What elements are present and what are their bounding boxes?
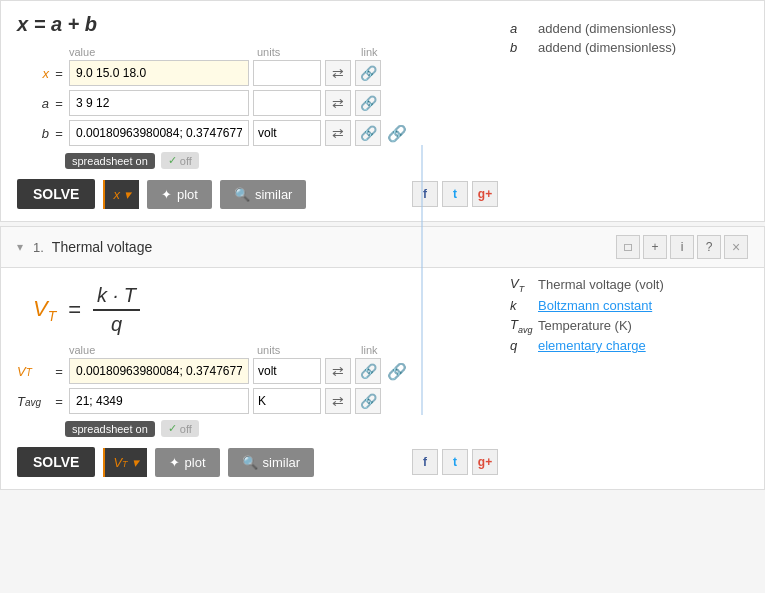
side-var-b: b [510,40,530,55]
solve-bar-1: SOLVE x ▾ ✦ plot 🔍 similar f t g+ [17,179,498,209]
spreadsheet-off-btn-2[interactable]: ✓ off [161,420,199,437]
side-row-q: q elementary charge [510,338,736,353]
tool-info-btn[interactable]: i [670,235,694,259]
plot-icon-2: ✦ [169,455,180,470]
external-link-vt[interactable]: 🔗 [387,362,407,381]
fraction-denominator: q [111,311,122,336]
social-icons-2: f t g+ [412,449,498,475]
fraction-numerator: k · T [93,284,140,311]
solve-var-selector-1[interactable]: x ▾ [103,180,139,209]
side-var-q: q [510,338,530,353]
section2-tools: □ + i ? × [616,235,748,259]
facebook-btn-2[interactable]: f [412,449,438,475]
input-header: value units link [17,46,498,58]
solve-button-1[interactable]: SOLVE [17,179,95,209]
solve-var-label-2: VT [113,455,127,470]
side-var-vt: VT [510,276,530,294]
spreadsheet-toggle-1: spreadsheet on ✓ off [65,152,498,169]
input-tavg[interactable] [69,388,249,414]
input-x[interactable] [69,60,249,86]
plot-icon-1: ✦ [161,187,172,202]
plot-button-1[interactable]: ✦ plot [147,180,212,209]
var-vt: VT [17,364,49,379]
equals-a: = [53,96,65,111]
link-col-label-2: link [361,344,378,356]
section2-number: 1. [33,240,44,255]
link-btn-x[interactable]: 🔗 [355,60,381,86]
units-x[interactable] [253,60,321,86]
elementary-charge-link[interactable]: elementary charge [538,338,646,353]
twitter-btn-2[interactable]: t [442,449,468,475]
arrows-btn-b[interactable]: ⇄ [325,120,351,146]
plot-label-1: plot [177,187,198,202]
var-a: a [17,96,49,111]
input-row-a: a = ⇄ 🔗 [17,90,498,116]
solve-label-2: SOLVE [33,454,79,470]
tool-comment-btn[interactable]: □ [616,235,640,259]
equals-vt: = [53,364,65,379]
arrows-btn-vt[interactable]: ⇄ [325,358,351,384]
checkmark-icon-2: ✓ [168,422,177,435]
external-link-b[interactable]: 🔗 [387,124,407,143]
value-col-label: value [69,46,249,58]
off-label-2: off [180,423,192,435]
chevron-icon-2[interactable]: ▾ [17,240,23,254]
link-btn-a[interactable]: 🔗 [355,90,381,116]
chevron-down-icon-2: ▾ [132,455,139,470]
units-tavg[interactable] [253,388,321,414]
checkmark-icon: ✓ [168,154,177,167]
googleplus-btn-2[interactable]: g+ [472,449,498,475]
twitter-btn-1[interactable]: t [442,181,468,207]
equals-tavg: = [53,394,65,409]
equals-x: = [53,66,65,81]
units-b[interactable] [253,120,321,146]
arrows-btn-tavg[interactable]: ⇄ [325,388,351,414]
solve-label-1: SOLVE [33,186,79,202]
googleplus-btn-1[interactable]: g+ [472,181,498,207]
arrows-btn-x[interactable]: ⇄ [325,60,351,86]
side-row-a: a addend (dimensionless) [510,21,736,36]
input-row-tavg: Tavg = ⇄ 🔗 [17,388,498,414]
side-row-b: b addend (dimensionless) [510,40,736,55]
arrows-btn-a[interactable]: ⇄ [325,90,351,116]
input-vt[interactable] [69,358,249,384]
formula-vt-label: VT [33,296,56,324]
side-desc-q: elementary charge [538,338,646,353]
similar-button-1[interactable]: 🔍 similar [220,180,307,209]
boltzmann-link[interactable]: Boltzmann constant [538,298,652,313]
side-row-k: k Boltzmann constant [510,298,736,313]
side-row-tavg-side: Tavg Temperature (K) [510,317,736,335]
side-row-vt: VT Thermal voltage (volt) [510,276,736,294]
plot-button-2[interactable]: ✦ plot [155,448,220,477]
social-icons-1: f t g+ [412,181,498,207]
chevron-down-icon-1: ▾ [124,187,131,202]
tool-help-btn[interactable]: ? [697,235,721,259]
side-panel-1: a addend (dimensionless) b addend (dimen… [498,13,748,209]
input-header-2: value units link [17,344,498,356]
solve-button-2[interactable]: SOLVE [17,447,95,477]
units-vt[interactable] [253,358,321,384]
formula2-display: VT = k · T q [17,268,498,344]
equals-b: = [53,126,65,141]
facebook-btn-1[interactable]: f [412,181,438,207]
tool-close-btn[interactable]: × [724,235,748,259]
units-a[interactable] [253,90,321,116]
input-a[interactable] [69,90,249,116]
spreadsheet-on-btn[interactable]: spreadsheet on [65,153,155,169]
link-btn-vt[interactable]: 🔗 [355,358,381,384]
similar-button-2[interactable]: 🔍 similar [228,448,315,477]
side-desc-k: Boltzmann constant [538,298,652,313]
link-btn-b[interactable]: 🔗 [355,120,381,146]
side-panel-2: VT Thermal voltage (volt) k Boltzmann co… [498,268,748,477]
input-b[interactable] [69,120,249,146]
var-b: b [17,126,49,141]
spreadsheet-on-btn-2[interactable]: spreadsheet on [65,421,155,437]
spreadsheet-off-btn[interactable]: ✓ off [161,152,199,169]
side-desc-a: addend (dimensionless) [538,21,676,36]
spreadsheet-toggle-2: spreadsheet on ✓ off [65,420,498,437]
side-desc-vt: Thermal voltage (volt) [538,277,664,292]
solve-var-selector-2[interactable]: VT ▾ [103,448,146,477]
search-icon-1: 🔍 [234,187,250,202]
link-btn-tavg[interactable]: 🔗 [355,388,381,414]
tool-add-btn[interactable]: + [643,235,667,259]
